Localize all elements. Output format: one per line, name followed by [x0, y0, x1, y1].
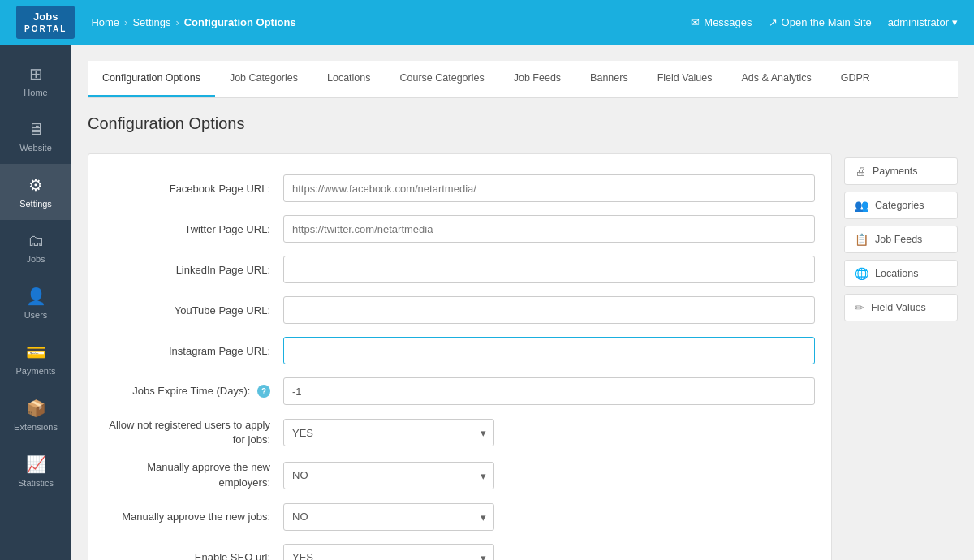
youtube-row: YouTube Page URL: — [105, 296, 815, 324]
logo-line1: Jobs — [24, 11, 67, 24]
sidebar-item-label: Extensions — [14, 422, 58, 432]
approve-jobs-select[interactable]: NO YES — [283, 503, 494, 531]
approve-jobs-label: Manually approve the new jobs: — [105, 510, 283, 523]
website-icon: 🖥 — [28, 120, 44, 139]
sidebar: ⊞ Home 🖥 Website ⚙ Settings 🗂 Jobs 👤 Use… — [0, 45, 71, 560]
breadcrumb-home[interactable]: Home — [91, 16, 119, 28]
facebook-input[interactable] — [283, 174, 815, 202]
breadcrumb-sep1: › — [124, 16, 127, 28]
tab-course-categories[interactable]: Course Categories — [386, 61, 499, 97]
tab-job-categories[interactable]: Job Categories — [215, 61, 312, 97]
instagram-label: Instagram Page URL: — [105, 345, 283, 357]
field-values-button[interactable]: ✏ Field Values — [844, 294, 958, 321]
youtube-label: YouTube Page URL: — [105, 304, 283, 317]
twitter-row: Twitter Page URL: — [105, 215, 815, 243]
linkedin-input[interactable] — [283, 256, 815, 283]
right-panel: 🖨 Payments 👥 Categories 📋 Job Feeds 🌐 Lo… — [832, 153, 958, 321]
tab-locations[interactable]: Locations — [312, 61, 386, 97]
instagram-input[interactable] — [283, 337, 815, 364]
approve-employers-row: Manually approve the new employers: NO Y… — [105, 460, 815, 489]
settings-icon: ⚙ — [28, 175, 43, 195]
expire-input[interactable] — [283, 377, 815, 405]
statistics-icon: 📈 — [26, 454, 46, 474]
youtube-input[interactable] — [283, 296, 815, 324]
open-main-site-link[interactable]: ↗ Open the Main Site — [769, 16, 872, 28]
registered-select[interactable]: YES NO — [283, 419, 494, 446]
seo-label: Enable SEO url: — [105, 551, 283, 560]
sidebar-item-extensions[interactable]: 📦 Extensions — [0, 387, 71, 443]
registered-select-wrapper: YES NO — [283, 419, 494, 446]
approve-employers-select[interactable]: NO YES — [283, 462, 494, 489]
approve-jobs-row: Manually approve the new jobs: NO YES — [105, 503, 815, 531]
sidebar-item-users[interactable]: 👤 Users — [0, 275, 71, 331]
topbar: Jobs PORTAL Home › Settings › Configurat… — [0, 0, 974, 45]
seo-select[interactable]: YES NO — [283, 544, 494, 560]
extensions-icon: 📦 — [26, 398, 46, 418]
job-feeds-btn-icon: 📋 — [855, 233, 868, 246]
message-icon: ✉ — [691, 16, 700, 28]
payments-button[interactable]: 🖨 Payments — [844, 157, 958, 185]
sidebar-item-label: Statistics — [18, 478, 54, 488]
admin-menu[interactable]: administrator ▾ — [888, 16, 958, 28]
expire-row: Jobs Expire Time (Days): ? — [105, 377, 815, 405]
expire-info-icon[interactable]: ? — [257, 385, 270, 398]
breadcrumb: Home › Settings › Configuration Options — [91, 16, 295, 28]
sidebar-item-payments[interactable]: 💳 Payments — [0, 331, 71, 387]
sidebar-item-statistics[interactable]: 📈 Statistics — [0, 443, 71, 499]
sidebar-item-label: Website — [19, 143, 52, 153]
users-icon: 👤 — [26, 286, 46, 306]
locations-btn-icon: 🌐 — [855, 267, 868, 280]
content-area: Configuration Options Job Categories Loc… — [71, 45, 974, 560]
linkedin-row: LinkedIn Page URL: — [105, 256, 815, 283]
messages-link[interactable]: ✉ Messages — [691, 16, 752, 28]
sidebar-item-label: Home — [24, 88, 47, 97]
tab-ads-analytics[interactable]: Ads & Analytics — [727, 61, 826, 97]
registered-row: Allow not registered users to apply for … — [105, 418, 815, 447]
breadcrumb-settings[interactable]: Settings — [132, 16, 170, 28]
locations-button[interactable]: 🌐 Locations — [844, 260, 958, 287]
registered-label: Allow not registered users to apply for … — [105, 418, 283, 447]
facebook-row: Facebook Page URL: — [105, 174, 815, 202]
seo-select-wrapper: YES NO — [283, 544, 494, 560]
chevron-down-icon: ▾ — [952, 16, 958, 28]
logo: Jobs PORTAL — [16, 6, 75, 40]
categories-btn-icon: 👥 — [855, 199, 868, 212]
main-content: Facebook Page URL: Twitter Page URL: Lin… — [88, 153, 958, 560]
sidebar-item-label: Jobs — [26, 254, 45, 264]
twitter-label: Twitter Page URL: — [105, 223, 283, 235]
expire-label: Jobs Expire Time (Days): ? — [105, 385, 283, 398]
job-feeds-button[interactable]: 📋 Job Feeds — [844, 226, 958, 253]
approve-employers-select-wrapper: NO YES — [283, 462, 494, 489]
field-values-btn-icon: ✏ — [855, 301, 864, 314]
sidebar-item-jobs[interactable]: 🗂 Jobs — [0, 220, 71, 275]
sidebar-item-home[interactable]: ⊞ Home — [0, 53, 71, 109]
seo-row: Enable SEO url: YES NO — [105, 544, 815, 560]
categories-button[interactable]: 👥 Categories — [844, 192, 958, 219]
sidebar-item-settings[interactable]: ⚙ Settings — [0, 164, 71, 220]
linkedin-label: LinkedIn Page URL: — [105, 264, 283, 276]
form-area: Facebook Page URL: Twitter Page URL: Lin… — [88, 153, 832, 560]
breadcrumb-sep2: › — [175, 16, 179, 28]
jobs-icon: 🗂 — [28, 231, 44, 250]
tab-gdpr[interactable]: GDPR — [826, 61, 885, 97]
main-layout: ⊞ Home 🖥 Website ⚙ Settings 🗂 Jobs 👤 Use… — [0, 45, 974, 560]
sidebar-item-label: Payments — [16, 366, 56, 376]
tab-job-feeds[interactable]: Job Feeds — [499, 61, 575, 97]
approve-jobs-select-wrapper: NO YES — [283, 503, 494, 531]
breadcrumb-current: Configuration Options — [184, 16, 296, 28]
logo-line2: PORTAL — [24, 24, 67, 34]
tab-field-values[interactable]: Field Values — [643, 61, 727, 97]
tabs-bar: Configuration Options Job Categories Loc… — [88, 61, 958, 98]
form-body: Facebook Page URL: Twitter Page URL: Lin… — [88, 153, 832, 560]
payments-btn-icon: 🖨 — [855, 165, 866, 178]
sidebar-item-label: Settings — [19, 199, 52, 209]
sidebar-item-website[interactable]: 🖥 Website — [0, 109, 71, 164]
twitter-input[interactable] — [283, 215, 815, 243]
page-title: Configuration Options — [88, 114, 958, 133]
home-icon: ⊞ — [29, 64, 43, 84]
instagram-row: Instagram Page URL: — [105, 337, 815, 364]
external-link-icon: ↗ — [769, 16, 778, 28]
tab-configuration-options[interactable]: Configuration Options — [88, 61, 215, 97]
facebook-label: Facebook Page URL: — [105, 183, 283, 195]
tab-banners[interactable]: Banners — [575, 61, 643, 97]
